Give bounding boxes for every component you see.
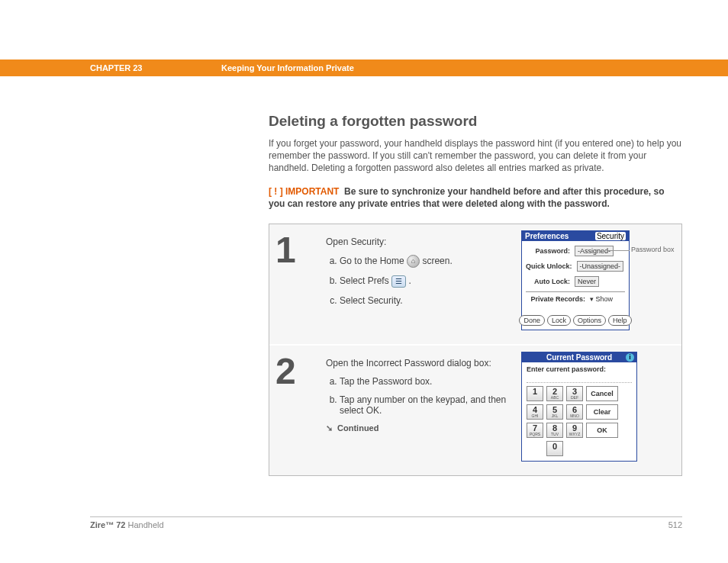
palm-header-right: Security xyxy=(595,232,626,240)
autolock-box[interactable]: Never xyxy=(575,276,599,287)
home-icon: ⌂ xyxy=(407,255,420,268)
step-lead: Open Security: xyxy=(326,236,515,247)
continued-marker: ➘ Continued xyxy=(326,423,515,433)
options-button[interactable]: Options xyxy=(573,315,606,326)
step-body: Open Security: Go to the Home ⌂ screen. … xyxy=(326,230,521,330)
private-records-label: Private Records: xyxy=(526,295,585,303)
kp-prompt: Enter current password: xyxy=(527,365,632,373)
cancel-button[interactable]: Cancel xyxy=(586,386,618,401)
chapter-label: CHAPTER 23 xyxy=(90,63,221,72)
continued-arrow-icon: ➘ xyxy=(326,423,333,433)
autolock-label: Auto Lock: xyxy=(526,278,570,285)
quickunlock-label: Quick Unlock: xyxy=(526,262,572,270)
step-body: Open the Incorrect Password dialog box: … xyxy=(326,352,521,462)
key-6[interactable]: 6MNO xyxy=(566,404,583,420)
substep-b: Tap any number on the keypad, and then s… xyxy=(340,394,515,416)
key-7[interactable]: 7PQRS xyxy=(527,423,543,438)
password-dialog-screenshot: Current Password i Enter current passwor… xyxy=(521,352,637,462)
password-label: Password: xyxy=(526,247,570,255)
palm-header: Preferences Security xyxy=(522,231,629,241)
step-2: 2 Open the Incorrect Password dialog box… xyxy=(269,346,681,475)
step-lead: Open the Incorrect Password dialog box: xyxy=(326,358,515,368)
palm-header-left: Preferences xyxy=(525,232,569,240)
key-1[interactable]: 1 xyxy=(527,386,543,401)
kp-header: Current Password i xyxy=(522,352,636,362)
ok-button[interactable]: OK xyxy=(586,423,618,438)
chapter-header-bar: CHAPTER 23 Keeping Your Information Priv… xyxy=(0,60,728,76)
prefs-icon: ☰ xyxy=(391,275,406,288)
page-number: 512 xyxy=(668,520,682,529)
substep-a: Tap the Password box. xyxy=(340,376,515,387)
key-5[interactable]: 5JKL xyxy=(546,404,563,420)
substep-b: Select Prefs ☰ . xyxy=(340,275,515,288)
private-records-value[interactable]: ▾ Show xyxy=(590,295,613,303)
important-tag: [ ! ] IMPORTANT xyxy=(269,186,339,197)
key-4[interactable]: 4GHI xyxy=(527,404,543,420)
info-icon[interactable]: i xyxy=(626,353,634,362)
help-button[interactable]: Help xyxy=(608,315,632,326)
kp-input-field[interactable] xyxy=(527,375,632,383)
quickunlock-box[interactable]: -Unassigned- xyxy=(577,261,624,272)
product-name: Zire™ 72 Handheld xyxy=(90,520,164,529)
substep-a: Go to the Home ⌂ screen. xyxy=(340,255,515,268)
screenshot-1-wrap: Preferences Security Password: -Assigned… xyxy=(521,230,674,330)
section-intro: If you forget your password, your handhe… xyxy=(269,137,682,175)
chapter-title: Keeping Your Information Private xyxy=(221,63,354,72)
screenshot-2-wrap: Current Password i Enter current passwor… xyxy=(521,352,674,462)
clear-button[interactable]: Clear xyxy=(586,404,618,420)
preferences-screenshot: Preferences Security Password: -Assigned… xyxy=(521,230,630,330)
section-heading: Deleting a forgotten password xyxy=(269,113,682,130)
main-content: Deleting a forgotten password If you for… xyxy=(269,113,682,476)
key-0[interactable]: 0 xyxy=(546,441,563,456)
key-9[interactable]: 9WXYZ xyxy=(566,423,583,438)
steps-container: 1 Open Security: Go to the Home ⌂ screen… xyxy=(269,224,682,476)
step-number: 1 xyxy=(275,230,326,330)
page-footer: Zire™ 72 Handheld 512 xyxy=(90,516,682,529)
password-box[interactable]: -Assigned- xyxy=(575,246,614,256)
substep-c: Select Security. xyxy=(340,295,515,306)
password-box-callout: Password box xyxy=(631,246,675,253)
key-2[interactable]: 2ABC xyxy=(546,386,563,401)
important-note: [ ! ] IMPORTANT Be sure to synchronize y… xyxy=(269,185,682,210)
step-number: 2 xyxy=(275,352,326,462)
key-8[interactable]: 8TUV xyxy=(546,423,563,438)
key-3[interactable]: 3DEF xyxy=(566,386,583,401)
step-1: 1 Open Security: Go to the Home ⌂ screen… xyxy=(269,224,681,346)
lock-button[interactable]: Lock xyxy=(547,315,571,326)
done-button[interactable]: Done xyxy=(519,315,545,326)
